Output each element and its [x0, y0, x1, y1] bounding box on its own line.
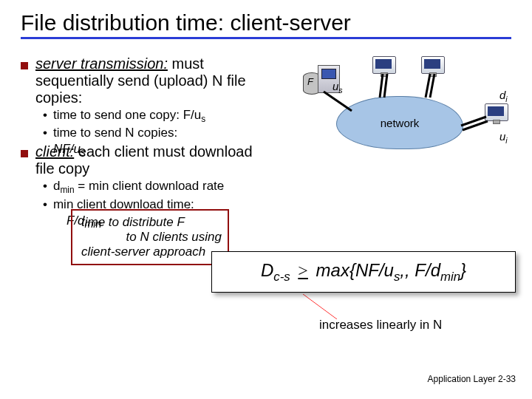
svg-line-7 [463, 121, 488, 130]
svg-line-4 [426, 74, 430, 98]
annotation-connector-line [303, 294, 337, 319]
subscript: s [201, 114, 205, 124]
dot-bullet-icon: • [43, 108, 47, 123]
svg-line-3 [384, 74, 387, 98]
box-line: time to distribute F [81, 215, 222, 230]
square-bullet-icon [21, 62, 28, 69]
svg-line-0 [303, 294, 337, 319]
box-line: client-server approach [81, 245, 222, 259]
bullet-client: NF/us client: each client must download … [21, 143, 272, 177]
dot-bullet-icon: • [43, 126, 47, 140]
svg-line-5 [430, 74, 434, 98]
slide-title: File distribution time: client-server [21, 10, 511, 39]
sub-bullet-text: time to send one copy: F/u [53, 108, 201, 122]
slide-footer: Application Layer 2-33 [428, 374, 516, 384]
link-lines [281, 59, 517, 177]
box-line: to N clients using [81, 230, 222, 245]
label-us: us [332, 80, 343, 95]
square-bullet-icon [21, 150, 28, 157]
bullet-label: server transmission: [35, 55, 168, 72]
svg-line-2 [380, 74, 383, 98]
distribute-time-box: time to distribute F to N clients using … [71, 209, 229, 265]
nfus-overlay: NF/us [53, 142, 86, 158]
network-diagram: network F us di ui [281, 59, 517, 177]
svg-line-6 [461, 117, 486, 126]
dot-bullet-icon: • [43, 179, 47, 194]
bullet-server-transmission: server transmission: must sequentially s… [21, 55, 272, 106]
sub-bullet-dmin: • dmin = min client download rate [21, 179, 272, 195]
sub-bullet-n-copies: • time to send N copies: [21, 126, 272, 140]
label-ui: ui [499, 130, 508, 145]
dot-bullet-icon: • [43, 197, 47, 212]
sub-bullet-one-copy: • time to send one copy: F/us [21, 108, 272, 124]
formula-box: Dc-s > max{NF/us,, F/dmin} [211, 251, 516, 293]
annotation-text: increases linearly in N [319, 318, 442, 332]
label-di: di [499, 89, 508, 103]
sub-bullet-text: time to send N copies: [53, 126, 177, 140]
